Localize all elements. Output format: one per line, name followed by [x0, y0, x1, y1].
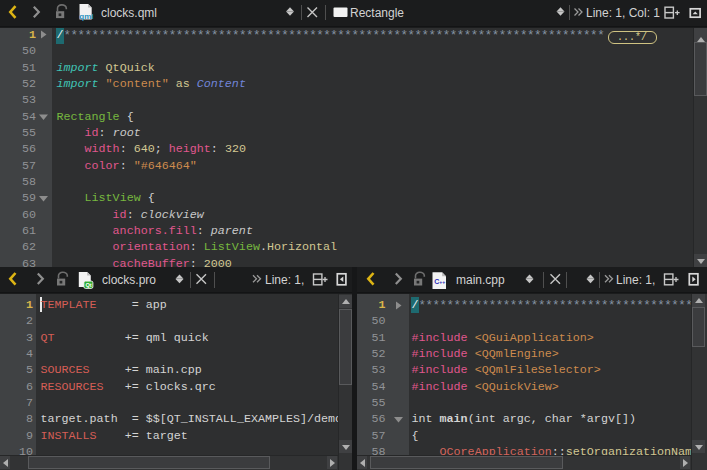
svg-text:Qt: Qt: [85, 282, 91, 288]
svg-text:++: ++: [439, 279, 445, 285]
svg-text:qml: qml: [79, 12, 93, 21]
